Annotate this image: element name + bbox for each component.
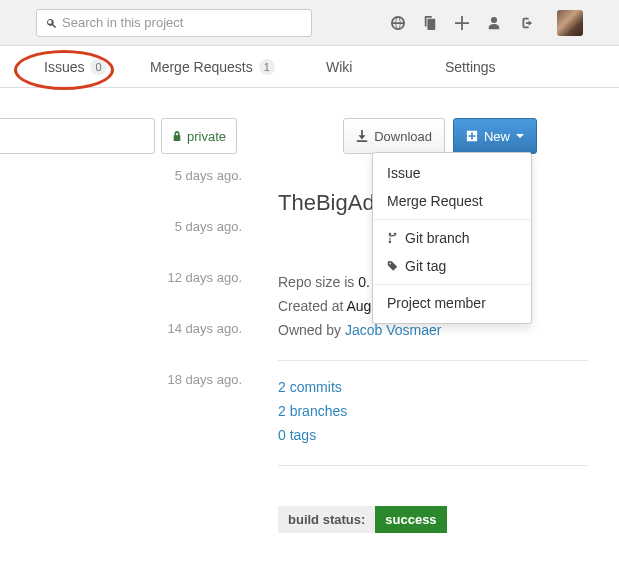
user-icon[interactable] xyxy=(487,16,501,30)
dropdown-item-git-tag[interactable]: Git tag xyxy=(373,252,531,280)
nav-tabs: Issues 0 Merge Requests 1 Wiki Settings xyxy=(0,46,619,88)
visibility-pill: private xyxy=(161,118,237,154)
tab-wiki[interactable]: Wiki xyxy=(326,59,352,75)
plus-icon[interactable] xyxy=(455,16,469,30)
tag-icon xyxy=(387,260,398,272)
avatar[interactable] xyxy=(557,10,583,36)
download-button[interactable]: Download xyxy=(343,118,445,154)
tab-mr-label: Merge Requests xyxy=(150,59,253,75)
lock-icon xyxy=(172,130,182,142)
tab-settings[interactable]: Settings xyxy=(445,59,496,75)
created-at-label: Created at xyxy=(278,298,347,314)
topbar xyxy=(0,0,619,46)
toolbar: private Download New xyxy=(0,118,619,154)
dropdown-branch-label: Git branch xyxy=(405,230,470,246)
activity-list: 5 days ago. 5 days ago. 12 days ago. 14 … xyxy=(0,160,260,415)
dropdown-item-issue[interactable]: Issue xyxy=(373,159,531,187)
dropdown-member-label: Project member xyxy=(387,295,486,311)
commits-link[interactable]: 2 commits xyxy=(278,375,598,399)
activity-item: 18 days ago. xyxy=(0,364,260,415)
tab-mr-count: 1 xyxy=(259,59,275,75)
activity-item: 5 days ago. xyxy=(0,211,260,262)
build-status: build status:success xyxy=(278,506,598,533)
top-icons xyxy=(391,10,583,36)
tab-issues-count: 0 xyxy=(90,59,106,75)
repo-path-field[interactable] xyxy=(0,118,155,154)
download-label: Download xyxy=(374,129,432,144)
globe-icon[interactable] xyxy=(391,16,405,30)
activity-item: 12 days ago. xyxy=(0,262,260,313)
tab-wiki-label: Wiki xyxy=(326,59,352,75)
dropdown-issue-label: Issue xyxy=(387,165,420,181)
caret-down-icon xyxy=(516,134,524,138)
tab-issues-label: Issues xyxy=(44,59,84,75)
dropdown-tag-label: Git tag xyxy=(405,258,446,274)
new-label: New xyxy=(484,129,510,144)
repo-size-value: 0. xyxy=(358,274,370,290)
visibility-label: private xyxy=(187,129,226,144)
tab-merge-requests[interactable]: Merge Requests 1 xyxy=(150,59,275,75)
dropdown-divider-2 xyxy=(373,284,531,285)
tab-settings-label: Settings xyxy=(445,59,496,75)
divider-2 xyxy=(278,465,588,466)
tags-link[interactable]: 0 tags xyxy=(278,423,598,447)
search-input[interactable] xyxy=(62,15,303,30)
build-status-badge: success xyxy=(375,506,446,533)
project-stats: 2 commits 2 branches 0 tags xyxy=(278,375,598,447)
dropdown-item-merge-request[interactable]: Merge Request xyxy=(373,187,531,215)
repo-size-label: Repo size is xyxy=(278,274,358,290)
search-box[interactable] xyxy=(36,9,312,37)
dropdown-divider xyxy=(373,219,531,220)
plus-square-icon xyxy=(466,130,478,142)
tab-issues[interactable]: Issues 0 xyxy=(44,59,107,75)
branch-icon xyxy=(387,232,398,244)
new-button[interactable]: New xyxy=(453,118,537,154)
branches-link[interactable]: 2 branches xyxy=(278,399,598,423)
new-dropdown: Issue Merge Request Git branch Git tag P… xyxy=(372,152,532,324)
dropdown-mr-label: Merge Request xyxy=(387,193,483,209)
dropdown-item-git-branch[interactable]: Git branch xyxy=(373,224,531,252)
activity-item: 14 days ago. xyxy=(0,313,260,364)
activity-item: 5 days ago. xyxy=(0,160,260,211)
divider xyxy=(278,360,588,361)
owner-link[interactable]: Jacob Vosmaer xyxy=(345,322,442,338)
download-icon xyxy=(356,130,368,142)
search-icon xyxy=(45,17,57,29)
copy-icon[interactable] xyxy=(423,16,437,30)
owned-by-label: Owned by xyxy=(278,322,345,338)
build-status-label: build status: xyxy=(278,506,375,533)
signout-icon[interactable] xyxy=(519,16,533,30)
created-at-value: Aug xyxy=(347,298,372,314)
dropdown-item-project-member[interactable]: Project member xyxy=(373,289,531,317)
